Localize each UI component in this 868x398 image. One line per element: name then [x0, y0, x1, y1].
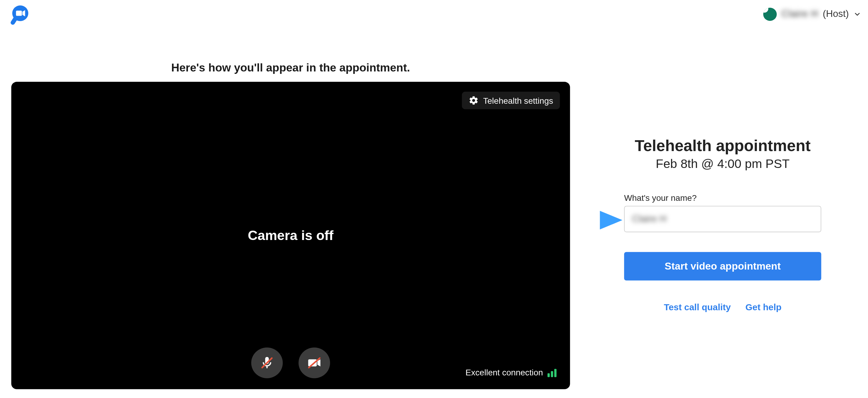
camera-off-icon — [307, 356, 322, 370]
appointment-title: Telehealth appointment — [624, 137, 821, 155]
get-help-link[interactable]: Get help — [745, 303, 781, 312]
user-menu[interactable]: Claire H (Host) — [764, 7, 861, 21]
signal-icon — [548, 369, 557, 377]
connection-text: Excellent connection — [466, 368, 543, 377]
toggle-mic-button[interactable] — [251, 347, 283, 378]
telehealth-settings-button[interactable]: Telehealth settings — [462, 92, 560, 109]
connection-status: Excellent connection — [466, 368, 557, 377]
test-call-link[interactable]: Test call quality — [664, 303, 731, 312]
app-logo — [10, 4, 31, 25]
user-role: (Host) — [823, 9, 849, 20]
appointment-datetime: Feb 8th @ 4:00 pm PST — [624, 157, 821, 171]
avatar — [764, 7, 777, 21]
toggle-camera-button[interactable] — [299, 347, 330, 378]
preview-heading: Here's how you'll appear in the appointm… — [11, 61, 570, 74]
telehealth-settings-label: Telehealth settings — [483, 96, 553, 105]
svg-rect-1 — [16, 10, 22, 16]
start-appointment-button[interactable]: Start video appointment — [624, 252, 821, 281]
video-preview: Telehealth settings Camera is off — [11, 82, 570, 389]
name-label: What's your name? — [624, 193, 821, 203]
mic-off-icon — [259, 356, 274, 370]
gear-icon — [469, 95, 479, 106]
name-input[interactable] — [624, 206, 821, 232]
camera-off-text: Camera is off — [248, 228, 333, 243]
chevron-down-icon — [853, 10, 861, 18]
user-name: Claire H — [781, 9, 818, 20]
